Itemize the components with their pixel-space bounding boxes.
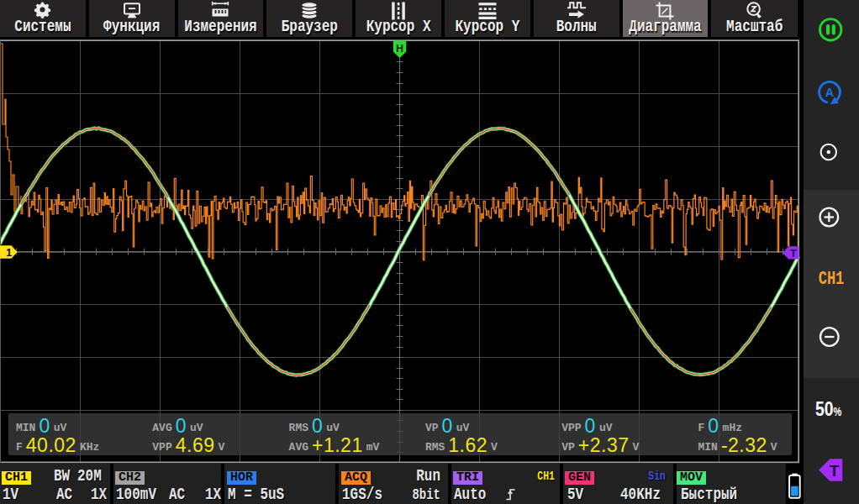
svg-text:H: H	[396, 43, 403, 55]
svg-text:A: A	[825, 86, 835, 99]
svg-text:1: 1	[6, 246, 12, 259]
svg-text:T: T	[790, 247, 797, 260]
svg-text:T: T	[830, 462, 840, 480]
